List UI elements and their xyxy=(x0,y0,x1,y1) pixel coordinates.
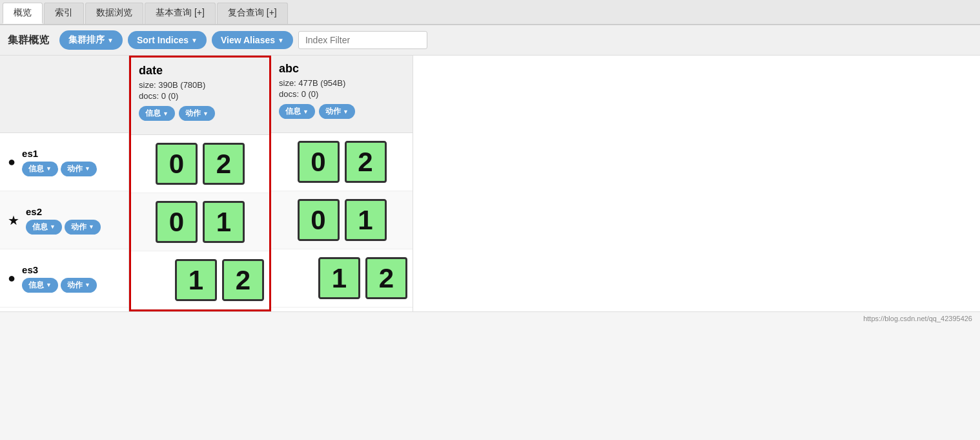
shard-cell-abc-es1-2[interactable]: 2 xyxy=(345,141,387,183)
node-info-button-es1[interactable]: 信息 ▼ xyxy=(22,162,58,176)
node-buttons-es2: 信息 ▼ 动作 ▼ xyxy=(26,220,101,235)
shard-row-abc-es1: 0 2 xyxy=(271,133,413,191)
node-info-label-es3: 信息 xyxy=(28,280,44,291)
shard-cell-date-es2-1[interactable]: 1 xyxy=(203,201,245,243)
index-action-label-abc: 动作 xyxy=(325,106,341,117)
node-info-arrow-es2: ▼ xyxy=(50,224,56,230)
cluster-sort-label: 集群排序 xyxy=(68,34,105,46)
view-aliases-label: View Aliases xyxy=(221,35,275,45)
index-docs-date: docs: 0 (0) xyxy=(139,91,261,101)
node-info-button-es2[interactable]: 信息 ▼ xyxy=(26,220,62,235)
node-buttons-es3: 信息 ▼ 动作 ▼ xyxy=(22,278,97,293)
shard-row-abc-es3: 1 2 xyxy=(271,249,413,308)
index-action-arrow-date: ▼ xyxy=(203,110,209,117)
node-info-es3: es3 信息 ▼ 动作 ▼ xyxy=(22,264,97,293)
index-action-label-date: 动作 xyxy=(185,108,201,119)
node-info-label-es2: 信息 xyxy=(32,222,48,233)
index-info-arrow-date: ▼ xyxy=(163,110,168,117)
shard-cell-abc-es2-0[interactable]: 0 xyxy=(298,199,340,241)
sort-indices-label: Sort Indices xyxy=(137,35,189,45)
tab-overview[interactable]: 概览 xyxy=(3,3,43,24)
footer-url: https://blog.csdn.net/qq_42395426 xyxy=(863,315,972,322)
node-action-arrow-es3: ▼ xyxy=(85,282,90,288)
index-info-button-abc[interactable]: 信息 ▼ xyxy=(279,104,315,119)
shard-cell-date-es1-0[interactable]: 0 xyxy=(156,143,198,185)
shard-cell-date-es1-2[interactable]: 2 xyxy=(203,143,245,185)
shard-cell-date-es3-2[interactable]: 2 xyxy=(222,259,264,301)
toolbar: 集群概览 集群排序 ▼ Sort Indices ▼ View Aliases … xyxy=(0,25,980,56)
node-action-label-es2: 动作 xyxy=(71,222,87,233)
shard-cell-abc-es2-1[interactable]: 1 xyxy=(345,199,387,241)
tab-data-browse[interactable]: 数据浏览 xyxy=(85,3,143,24)
node-row-es1: ● es1 信息 ▼ 动作 ▼ xyxy=(0,133,128,191)
index-info-label-date: 信息 xyxy=(145,108,161,119)
node-icon-es1: ● xyxy=(8,154,15,169)
node-icon-es3: ● xyxy=(8,271,15,286)
node-info-label-es1: 信息 xyxy=(28,163,44,174)
indices-area: date size: 390B (780B) docs: 0 (0) 信息 ▼ … xyxy=(129,56,980,311)
main-content: ● es1 信息 ▼ 动作 ▼ ★ es2 xyxy=(0,56,980,311)
tab-complex-query[interactable]: 复合查询 [+] xyxy=(217,3,288,24)
shard-cell-abc-es3-2[interactable]: 2 xyxy=(365,257,407,299)
shard-cell-date-es2-0[interactable]: 0 xyxy=(156,201,198,243)
node-row-es2: ★ es2 信息 ▼ 动作 ▼ xyxy=(0,191,128,249)
index-action-arrow-abc: ▼ xyxy=(343,109,349,115)
index-size-abc: size: 477B (954B) xyxy=(279,78,405,88)
node-info-button-es3[interactable]: 信息 ▼ xyxy=(22,278,58,293)
node-name-es3: es3 xyxy=(22,264,97,275)
cluster-sort-arrow-icon: ▼ xyxy=(107,37,114,44)
node-info-es1: es1 信息 ▼ 动作 ▼ xyxy=(22,148,97,176)
index-info-arrow-abc: ▼ xyxy=(303,109,309,115)
node-name-es1: es1 xyxy=(22,148,97,159)
shard-cell-date-es3-1[interactable]: 1 xyxy=(175,259,217,301)
index-actions-date: 信息 ▼ 动作 ▼ xyxy=(139,106,261,121)
node-action-button-es2[interactable]: 动作 ▼ xyxy=(65,220,101,235)
shard-cell-abc-es3-1[interactable]: 1 xyxy=(318,257,360,299)
index-actions-abc: 信息 ▼ 动作 ▼ xyxy=(279,104,405,119)
index-docs-abc: docs: 0 (0) xyxy=(279,89,405,99)
index-info-label-abc: 信息 xyxy=(285,106,301,117)
index-action-button-abc[interactable]: 动作 ▼ xyxy=(319,104,355,119)
view-aliases-arrow-icon: ▼ xyxy=(278,37,284,44)
view-aliases-button[interactable]: View Aliases ▼ xyxy=(212,31,293,49)
shard-cell-abc-es1-0[interactable]: 0 xyxy=(298,141,340,183)
node-buttons-es1: 信息 ▼ 动作 ▼ xyxy=(22,162,97,176)
index-info-button-date[interactable]: 信息 ▼ xyxy=(139,106,175,121)
page-title: 集群概览 xyxy=(8,34,49,47)
index-filter-input[interactable] xyxy=(298,31,427,49)
index-name-abc: abc xyxy=(279,62,405,76)
shard-row-date-es2: 0 1 xyxy=(131,193,269,251)
node-row-es3: ● es3 信息 ▼ 动作 ▼ xyxy=(0,249,128,308)
tab-index[interactable]: 索引 xyxy=(44,3,84,24)
node-info-arrow-es1: ▼ xyxy=(46,165,52,172)
node-action-label-es3: 动作 xyxy=(67,280,83,291)
sort-indices-arrow-icon: ▼ xyxy=(191,37,198,44)
index-header-date: date size: 390B (780B) docs: 0 (0) 信息 ▼ … xyxy=(131,58,269,135)
index-col-date: date size: 390B (780B) docs: 0 (0) 信息 ▼ … xyxy=(129,56,271,311)
shard-row-date-es3: 1 2 xyxy=(131,251,269,309)
index-name-date: date xyxy=(139,64,261,78)
tab-basic-query[interactable]: 基本查询 [+] xyxy=(145,3,216,24)
node-icon-es2: ★ xyxy=(8,213,19,228)
index-col-abc: abc size: 477B (954B) docs: 0 (0) 信息 ▼ 动… xyxy=(271,56,413,311)
node-info-es2: es2 信息 ▼ 动作 ▼ xyxy=(26,206,101,235)
node-action-arrow-es1: ▼ xyxy=(85,165,90,172)
node-action-button-es3[interactable]: 动作 ▼ xyxy=(61,278,97,293)
index-action-button-date[interactable]: 动作 ▼ xyxy=(179,106,215,121)
footer: https://blog.csdn.net/qq_42395426 xyxy=(0,311,980,325)
shard-row-abc-es2: 0 1 xyxy=(271,191,413,249)
cluster-sort-button[interactable]: 集群排序 ▼ xyxy=(59,30,123,50)
node-action-button-es1[interactable]: 动作 ▼ xyxy=(61,162,97,176)
node-list: ● es1 信息 ▼ 动作 ▼ ★ es2 xyxy=(0,56,129,311)
node-action-label-es1: 动作 xyxy=(67,163,83,174)
node-name-es2: es2 xyxy=(26,206,101,217)
node-action-arrow-es2: ▼ xyxy=(88,224,94,230)
sort-indices-button[interactable]: Sort Indices ▼ xyxy=(128,31,207,49)
tab-bar: 概览 索引 数据浏览 基本查询 [+] 复合查询 [+] xyxy=(0,0,980,25)
index-size-date: size: 390B (780B) xyxy=(139,80,261,90)
node-info-arrow-es3: ▼ xyxy=(46,282,52,288)
node-list-header xyxy=(0,56,128,133)
shard-row-date-es1: 0 2 xyxy=(131,135,269,193)
index-header-abc: abc size: 477B (954B) docs: 0 (0) 信息 ▼ 动… xyxy=(271,56,413,133)
